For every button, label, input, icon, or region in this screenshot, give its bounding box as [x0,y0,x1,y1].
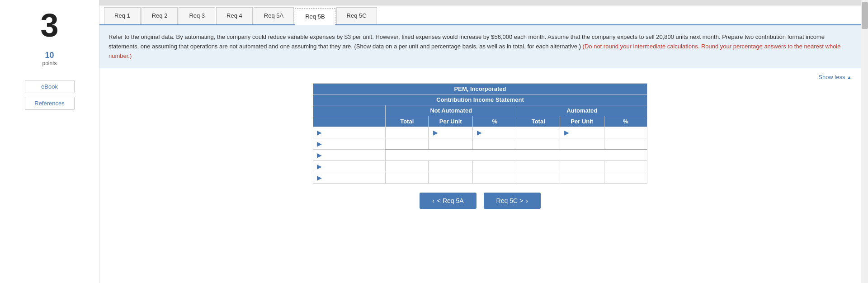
data-cell-a-pct[interactable] [604,127,647,138]
row-label: ▶ [313,127,386,138]
data-cell-na-unit[interactable] [429,172,473,184]
input-na-total-1[interactable] [389,129,425,136]
data-cell-na-unit[interactable]: ▶ [429,127,473,138]
input-na-pct-1[interactable] [484,129,513,136]
show-less-button[interactable]: Show less ▲ [99,73,861,83]
col-label-header [313,105,386,116]
data-cell-na-total[interactable] [386,138,429,150]
data-cell-a-unit[interactable] [560,172,604,184]
show-less-label: Show less [818,74,845,80]
row-label: ▶ [313,172,386,184]
data-cell-na-total[interactable] [386,127,429,138]
table-subtitle: Contribution Income Statement [313,94,647,105]
row-arrow-icon: ▶ [317,174,322,181]
data-cell-a-pct[interactable] [604,138,647,150]
tab-req3[interactable]: Req 3 [179,7,215,24]
table-title: PEM, Incorporated [313,84,647,94]
data-cell-a-pct[interactable] [604,172,647,184]
data-cell-a-total[interactable] [517,127,560,138]
input-na-pct-4[interactable] [476,163,513,170]
col-a-total: Total [517,116,560,127]
data-cell-a-unit[interactable]: ▶ [560,127,604,138]
scrollbar-thumb[interactable] [862,2,868,29]
input-na-unit-4[interactable] [432,163,469,170]
data-cell-na-pct[interactable] [472,161,517,172]
input-na-total-5[interactable] [389,175,425,181]
input-a-pct-4[interactable] [608,163,643,170]
table-row: ▶ [313,138,647,150]
next-button[interactable]: Req 5C > › [484,193,541,209]
references-button[interactable]: References [25,97,75,110]
input-na-unit-2[interactable] [432,141,469,147]
description-area: Refer to the original data. By automatin… [99,25,861,68]
tab-req5a[interactable]: Req 5A [254,7,294,24]
row-label: ▶ [313,138,386,150]
row-label: ▶ [313,150,386,161]
separator-cell [386,150,647,161]
data-cell-a-total[interactable] [517,172,560,184]
input-a-total-4[interactable] [521,163,556,170]
data-cell-na-unit[interactable] [429,138,473,150]
input-a-unit-1[interactable] [571,129,600,136]
cell-arrow-icon-2: ▶ [477,129,482,136]
input-a-unit-5[interactable] [564,175,600,181]
input-a-unit-4[interactable] [564,163,600,170]
input-na-unit-5[interactable] [432,175,469,181]
ebook-button[interactable]: eBook [25,80,75,93]
tab-req4[interactable]: Req 4 [216,7,253,24]
row-arrow-icon: ▶ [317,151,322,159]
tab-req2[interactable]: Req 2 [142,7,178,24]
navigation-buttons: ‹ < Req 5A Req 5C > › [99,193,861,209]
col-na-pct: % [472,116,517,127]
table-wrapper: PEM, Incorporated Contribution Income St… [99,83,861,184]
data-cell-a-pct[interactable] [604,161,647,172]
right-scrollbar[interactable] [861,0,868,283]
data-cell-na-total[interactable] [386,161,429,172]
data-cell-a-total[interactable] [517,138,560,150]
input-na-pct-5[interactable] [476,175,513,181]
col-na-total: Total [386,116,429,127]
data-cell-na-pct[interactable]: ▶ [472,127,517,138]
prev-button[interactable]: ‹ < Req 5A [420,193,476,209]
data-cell-a-unit[interactable] [560,138,604,150]
input-a-total-1[interactable] [521,129,556,136]
income-table: PEM, Incorporated Contribution Income St… [313,83,647,184]
tabs-row: Req 1 Req 2 Req 3 Req 4 Req 5A Req 5B Re… [99,5,861,25]
input-na-total-2[interactable] [389,141,425,147]
input-a-pct-2[interactable] [608,141,643,147]
input-a-pct-5[interactable] [608,175,643,181]
input-na-pct-2[interactable] [476,141,513,147]
table-row: ▶ [313,161,647,172]
input-na-total-4[interactable] [389,163,425,170]
data-cell-na-pct[interactable] [472,172,517,184]
tab-req1[interactable]: Req 1 [104,7,141,24]
cell-arrow-icon-3: ▶ [564,129,569,136]
show-less-arrow-icon: ▲ [847,75,852,80]
top-scrollbar[interactable] [99,0,861,5]
input-a-total-5[interactable] [521,175,556,181]
data-cell-a-total[interactable] [517,161,560,172]
data-cell-a-unit[interactable] [560,161,604,172]
next-arrow-icon: › [526,197,528,204]
col-a-per-unit: Per Unit [560,116,604,127]
tab-req5c[interactable]: Req 5C [336,7,377,24]
question-number: 3 [40,9,58,42]
input-na-unit-1[interactable] [440,129,469,136]
prev-label: < Req 5A [437,197,464,204]
input-a-total-2[interactable] [521,141,556,147]
col-na-per-unit: Per Unit [429,116,473,127]
table-row: ▶ [313,150,647,161]
section-not-automated: Not Automated [386,105,517,116]
row-label: ▶ [313,161,386,172]
data-cell-na-unit[interactable] [429,161,473,172]
input-a-pct-1[interactable] [608,129,643,136]
points-label: points [42,60,57,66]
data-cell-na-pct[interactable] [472,138,517,150]
input-a-unit-2[interactable] [564,141,600,147]
tab-req5b[interactable]: Req 5B [295,8,335,25]
cell-arrow-icon: ▶ [433,129,438,136]
prev-arrow-icon: ‹ [432,197,434,204]
points-value: 10 [42,51,57,60]
row-arrow-icon: ▶ [317,163,322,170]
data-cell-na-total[interactable] [386,172,429,184]
